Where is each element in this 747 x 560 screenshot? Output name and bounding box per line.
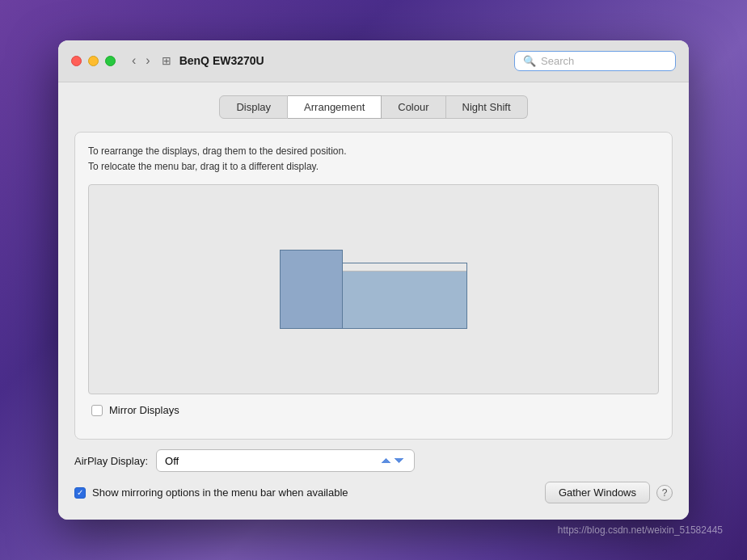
- tab-arrangement[interactable]: Arrangement: [288, 95, 382, 119]
- grid-icon[interactable]: ⊞: [162, 54, 171, 67]
- traffic-lights: [71, 56, 116, 66]
- display-left[interactable]: [280, 250, 343, 329]
- bottom-row: ✓ Show mirroring options in the menu bar…: [74, 482, 673, 503]
- tab-night-shift[interactable]: Night Shift: [446, 95, 528, 119]
- airplay-row: AirPlay Display: Off ⏶⏷: [74, 449, 673, 472]
- search-bar: 🔍: [514, 51, 676, 71]
- search-input[interactable]: [541, 55, 667, 67]
- display-preferences-window: ‹ › ⊞ BenQ EW3270U 🔍 Display Arrangement…: [58, 40, 689, 520]
- right-buttons: Gather Windows ?: [545, 482, 673, 503]
- mirror-displays-checkbox[interactable]: [91, 405, 103, 416]
- instruction-text: To rearrange the displays, drag them to …: [88, 144, 659, 175]
- tab-colour[interactable]: Colour: [382, 95, 445, 119]
- nav-buttons: ‹ ›: [129, 52, 154, 69]
- watermark: https://blog.csdn.net/weixin_51582445: [558, 524, 723, 536]
- arrangement-panel: To rearrange the displays, drag them to …: [74, 132, 673, 440]
- window-title: BenQ EW3270U: [179, 54, 264, 67]
- gather-windows-button[interactable]: Gather Windows: [545, 482, 650, 503]
- display-area[interactable]: [88, 184, 659, 394]
- airplay-section: AirPlay Display: Off ⏶⏷ ✓ Show mirroring…: [74, 449, 673, 503]
- airplay-label: AirPlay Display:: [74, 455, 148, 467]
- search-icon: 🔍: [523, 55, 536, 67]
- mirror-displays-label: Mirror Displays: [109, 404, 179, 416]
- help-button[interactable]: ?: [656, 485, 673, 501]
- airplay-value: Off: [165, 455, 179, 467]
- select-arrow-icon: ⏶⏷: [380, 453, 406, 468]
- tab-bar: Display Arrangement Colour Night Shift: [74, 95, 673, 119]
- menu-bar-strip: [343, 263, 466, 272]
- maximize-button[interactable]: [105, 56, 116, 66]
- display-right[interactable]: [342, 263, 467, 329]
- display-group: [280, 250, 467, 329]
- back-button[interactable]: ‹: [129, 52, 139, 69]
- airplay-select[interactable]: Off ⏶⏷: [156, 449, 415, 472]
- show-mirroring-row: ✓ Show mirroring options in the menu bar…: [74, 486, 348, 499]
- title-bar: ‹ › ⊞ BenQ EW3270U 🔍: [58, 40, 689, 82]
- show-mirroring-label: Show mirroring options in the menu bar w…: [92, 486, 348, 499]
- minimize-button[interactable]: [88, 56, 99, 66]
- forward-button[interactable]: ›: [142, 52, 153, 69]
- show-mirroring-checkbox[interactable]: ✓: [74, 487, 86, 499]
- mirror-displays-row: Mirror Displays: [91, 404, 656, 416]
- content-area: Display Arrangement Colour Night Shift T…: [58, 82, 689, 520]
- tab-display[interactable]: Display: [219, 95, 288, 119]
- bottom-controls: Mirror Displays: [88, 404, 659, 416]
- close-button[interactable]: [71, 56, 82, 66]
